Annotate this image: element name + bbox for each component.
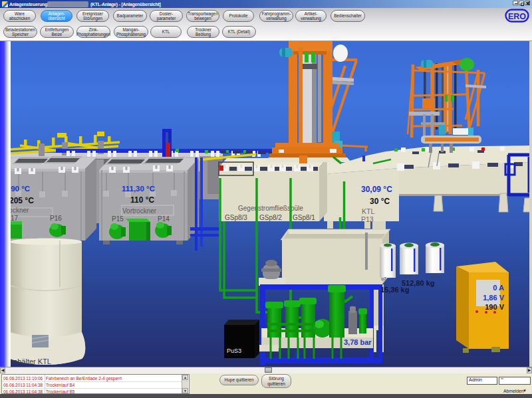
svg-text:behälter KTL: behälter KTL xyxy=(9,357,51,365)
svg-text:o7: o7 xyxy=(381,276,386,281)
svg-text:190 V: 190 V xyxy=(485,303,504,311)
svg-text:GSp8/3: GSp8/3 xyxy=(225,214,247,221)
svg-text:111,30 °C: 111,30 °C xyxy=(122,185,155,193)
svg-text:,90 °C: ,90 °C xyxy=(9,185,30,193)
svg-text:Do8: Do8 xyxy=(430,274,439,278)
svg-text:3,78 bar: 3,78 bar xyxy=(344,338,372,346)
svg-text:110 °C: 110 °C xyxy=(130,195,154,205)
svg-text:17: 17 xyxy=(11,215,19,222)
svg-text:KTL: KTL xyxy=(362,207,374,215)
svg-text:GSp8/2: GSp8/2 xyxy=(259,214,282,221)
svg-text:205 °C: 205 °C xyxy=(9,196,34,205)
svg-text:P13: P13 xyxy=(361,215,374,223)
svg-text:P16: P16 xyxy=(50,215,62,222)
svg-text:ERO: ERO xyxy=(508,12,526,21)
svg-text:0 A: 0 A xyxy=(493,284,504,292)
svg-text:30 °C: 30 °C xyxy=(370,197,390,206)
svg-text:1,86 V: 1,86 V xyxy=(483,294,504,302)
svg-text:P15: P15 xyxy=(112,215,124,223)
svg-text:Do6: Do6 xyxy=(404,274,413,279)
svg-text:Gegenstromfließspüle: Gegenstromfließspüle xyxy=(238,205,303,212)
svg-text:GSp8/1: GSp8/1 xyxy=(293,214,315,221)
svg-text:Vortrockner: Vortrockner xyxy=(122,207,157,215)
svg-text:30,09 °C: 30,09 °C xyxy=(361,185,392,194)
svg-text:PuS3: PuS3 xyxy=(227,348,241,354)
svg-text:P14: P14 xyxy=(158,215,170,223)
svg-text:15,36 kg: 15,36 kg xyxy=(380,286,409,294)
